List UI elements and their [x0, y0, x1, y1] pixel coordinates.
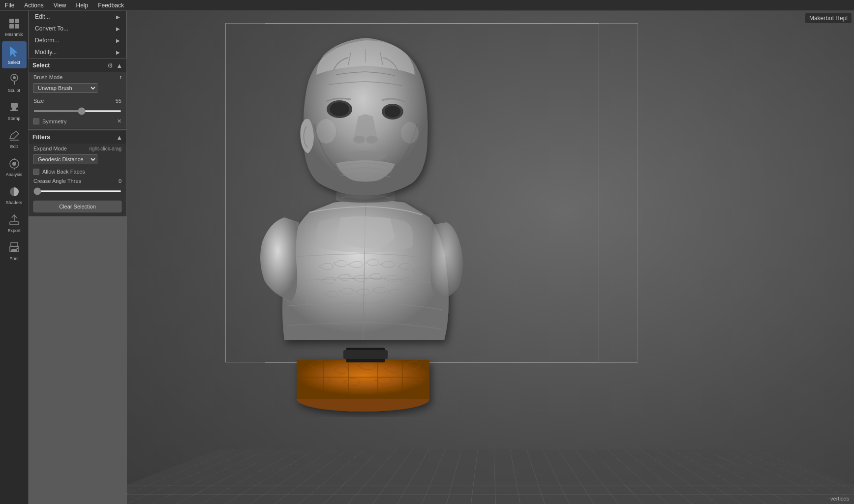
convert-arrow-icon: ▶ — [116, 26, 120, 31]
stamp-icon — [7, 101, 21, 115]
svg-rect-30 — [343, 350, 388, 359]
base-model — [297, 360, 429, 412]
filters-collapse-icon[interactable]: ▲ — [116, 134, 122, 141]
select-collapse-icon[interactable]: ▲ — [116, 62, 122, 69]
tool-analysis[interactable]: Analysis — [2, 153, 27, 180]
menu-help[interactable]: Help — [71, 1, 93, 10]
tool-export[interactable]: Export — [2, 209, 27, 237]
side-panel: Edit... ▶ Convert To... ▶ Deform... ▶ Mo… — [29, 11, 127, 216]
size-slider-container — [29, 106, 126, 117]
export-icon — [7, 213, 21, 227]
vertices-label: vertices — [830, 496, 849, 502]
tool-sculpt[interactable]: Sculpt — [2, 69, 27, 96]
svg-rect-21 — [11, 249, 17, 252]
edit-label: Edit — [10, 144, 18, 149]
symmetry-row: Symmetry ✕ — [29, 117, 126, 126]
svg-rect-8 — [11, 103, 18, 108]
size-value: 55 — [116, 98, 122, 104]
svg-point-36 — [353, 136, 365, 144]
svg-marker-4 — [10, 47, 17, 57]
svg-rect-3 — [15, 24, 19, 29]
svg-rect-0 — [9, 19, 14, 23]
tool-print[interactable]: Print — [2, 237, 27, 265]
sculpt-icon — [7, 73, 21, 87]
menu-feedback[interactable]: Feedback — [93, 1, 129, 10]
expand-mode-select[interactable]: Geodesic Distance Planar Connected — [33, 154, 97, 164]
symmetry-settings-icon[interactable]: ✕ — [117, 118, 122, 124]
menu-convert-to[interactable]: Convert To... ▶ — [29, 23, 126, 34]
print-icon — [7, 241, 21, 255]
edit-icon — [7, 129, 21, 143]
menu-file[interactable]: File — [0, 1, 19, 10]
back-faces-checkbox[interactable] — [33, 169, 39, 175]
select-panel-controls: ⚙ ▲ — [107, 62, 122, 69]
size-slider[interactable] — [33, 110, 122, 112]
menu-edit[interactable]: Edit... ▶ — [29, 11, 126, 23]
crease-angle-row: Crease Angle Thres 0 — [29, 176, 126, 186]
meshmix-label: Meshmix — [5, 32, 23, 37]
select-panel-header: Select ⚙ ▲ — [29, 59, 126, 72]
svg-rect-17 — [10, 222, 19, 225]
brush-mode-label: Brush Mode — [33, 74, 62, 80]
expand-mode-label: Expand Mode — [33, 146, 67, 151]
deform-arrow-icon: ▶ — [116, 38, 120, 43]
viewport[interactable]: Makerbot Repl vertices — [127, 11, 854, 504]
expand-mode-hint: right-click-drag — [89, 146, 122, 151]
filters-title: Filters — [32, 134, 50, 141]
panel-divider — [29, 129, 126, 130]
analysis-icon — [7, 157, 21, 171]
shaders-label: Shaders — [6, 200, 23, 205]
crease-angle-label: Crease Angle Thres — [33, 178, 81, 184]
svg-point-6 — [13, 76, 16, 79]
tool-stamp[interactable]: Stamp — [2, 97, 27, 124]
menu-deform[interactable]: Deform... ▶ — [29, 34, 126, 46]
svg-point-38 — [316, 119, 336, 144]
left-toolbar: Meshmix Select Sculpt Stamp — [0, 11, 29, 504]
select-settings-icon[interactable]: ⚙ — [107, 62, 113, 69]
crease-angle-slider[interactable] — [33, 190, 122, 192]
svg-point-37 — [366, 136, 378, 144]
head-model — [300, 38, 427, 195]
filters-panel: Filters ▲ Expand Mode right-click-drag G… — [29, 131, 126, 216]
tool-select[interactable]: Select — [2, 41, 27, 68]
expand-mode-row: Expand Mode right-click-drag — [29, 144, 126, 153]
svg-rect-10 — [10, 110, 18, 111]
tool-shaders[interactable]: Shaders — [2, 181, 27, 208]
modify-arrow-icon: ▶ — [116, 50, 120, 55]
print-label: Print — [9, 256, 19, 261]
stamp-label: Stamp — [7, 116, 20, 121]
meshmix-icon — [7, 17, 21, 30]
symmetry-checkbox[interactable] — [33, 119, 39, 124]
menu-actions[interactable]: Actions — [19, 1, 48, 10]
filters-header: Filters ▲ — [29, 131, 126, 144]
select-icon — [7, 45, 21, 59]
size-row: Size 55 — [29, 96, 126, 106]
menu-view[interactable]: View — [49, 1, 71, 10]
svg-point-33 — [330, 102, 349, 116]
size-label: Size — [33, 98, 44, 104]
svg-point-22 — [16, 248, 18, 249]
crease-angle-value: 0 — [119, 178, 122, 184]
edit-arrow-icon: ▶ — [116, 14, 120, 20]
sculpt-label: Sculpt — [8, 88, 20, 93]
symmetry-label: Symmetry — [42, 119, 67, 124]
brush-mode-select[interactable]: Unwrap Brush Surface Brush Volume Brush — [33, 83, 97, 93]
select-panel-title: Select — [32, 62, 50, 69]
shaders-icon — [7, 185, 21, 199]
svg-rect-2 — [9, 24, 14, 29]
svg-rect-9 — [12, 108, 16, 110]
select-panel: Select ⚙ ▲ Brush Mode r Unwrap Brush Sur… — [29, 59, 126, 128]
makerbot-label: Makerbot Repl — [805, 13, 852, 23]
menu-modify[interactable]: Modify... ▶ — [29, 46, 126, 58]
analysis-label: Analysis — [6, 172, 23, 177]
body-model — [282, 198, 449, 340]
tool-meshmix[interactable]: Meshmix — [2, 13, 27, 40]
select-label: Select — [8, 60, 20, 65]
clear-selection-button[interactable]: Clear Selection — [33, 201, 122, 212]
tool-edit[interactable]: Edit — [2, 125, 27, 152]
back-faces-row: Allow Back Faces — [29, 167, 126, 176]
crease-slider-container — [29, 186, 126, 197]
svg-point-13 — [12, 162, 16, 166]
svg-rect-19 — [11, 242, 18, 246]
model-area — [127, 11, 854, 504]
